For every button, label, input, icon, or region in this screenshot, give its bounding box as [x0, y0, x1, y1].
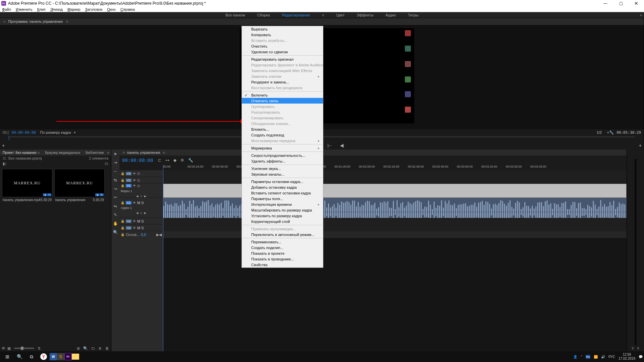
step-back-icon[interactable]: ◀|: [340, 143, 344, 148]
project-overflow[interactable]: »: [107, 151, 109, 155]
close-button[interactable]: ✕: [629, 0, 644, 7]
project-tab-libs[interactable]: Библиотеки: [83, 151, 106, 155]
wrench-icon[interactable]: 🔧: [188, 158, 193, 163]
task-view-button[interactable]: ⧉: [25, 352, 38, 361]
explorer-icon[interactable]: [72, 354, 79, 360]
workspace-effects[interactable]: Эффекты: [357, 13, 373, 17]
project-tab-project[interactable]: Проект: Без названия≡: [0, 151, 42, 155]
context-menu-item[interactable]: Интерполяция времени▸: [242, 201, 323, 207]
marker-icon[interactable]: ◆: [173, 158, 176, 163]
program-timecode[interactable]: 00:00:00:00: [11, 130, 36, 135]
workspace-all[interactable]: Все панели: [225, 13, 245, 17]
new-item-icon[interactable]: 🗎: [98, 346, 102, 350]
track-a2[interactable]: 🔒A2👁M S: [119, 218, 163, 225]
panel-menu-icon[interactable]: ≡: [66, 19, 68, 23]
filter-icon[interactable]: ◧: [3, 162, 6, 166]
playhead[interactable]: [163, 170, 163, 351]
link-icon[interactable]: ⊶: [165, 158, 169, 163]
timeline-timecode[interactable]: 00:00:00:00: [122, 158, 153, 163]
workspace-audio[interactable]: Аудио: [385, 13, 396, 17]
expand-icon[interactable]: »: [3, 19, 5, 23]
chevron-down-icon[interactable]: ▾: [74, 130, 76, 135]
fit-dropdown[interactable]: По размеру кадра: [40, 130, 71, 134]
auto-seq-icon[interactable]: ⊞: [77, 346, 80, 351]
context-menu-item[interactable]: Показать в проекте: [242, 250, 323, 256]
eye-icon[interactable]: 👁: [133, 184, 136, 187]
minimize-button[interactable]: —: [598, 0, 613, 7]
tray-net-icon[interactable]: 📶: [594, 355, 598, 359]
icon-view-icon[interactable]: ▦: [7, 346, 11, 351]
track-v3[interactable]: 🔒V3👁◇: [119, 170, 163, 177]
context-menu-item[interactable]: Удалить эффекты...: [242, 158, 323, 164]
context-menu-item[interactable]: Удаление со сдвигом: [242, 49, 323, 55]
context-menu-item[interactable]: Вырезать: [242, 26, 323, 32]
zoom-tool[interactable]: 🔍: [113, 230, 118, 235]
timeline-ruler[interactable]: 00:00 00:00:15:00 00:00:30:00 00:00:45:0…: [163, 165, 627, 170]
folder-icon[interactable]: 🗀: [105, 162, 108, 166]
context-menu-item[interactable]: Звуковые каналы...: [242, 171, 323, 177]
menu-marker[interactable]: Маркер: [67, 7, 80, 11]
context-menu-item[interactable]: Добавить остановку кадра: [242, 184, 323, 190]
resolution-dropdown[interactable]: 1/2: [597, 130, 602, 134]
lock-icon[interactable]: 🔒: [121, 179, 124, 182]
add-button[interactable]: +: [639, 143, 642, 148]
context-menu-item[interactable]: Параметры остановки кадра...: [242, 179, 323, 184]
close-icon[interactable]: ×: [123, 150, 125, 155]
tray-vol-icon[interactable]: 🔊: [601, 355, 605, 359]
sort-icon[interactable]: ⇅: [38, 346, 41, 351]
snap-icon[interactable]: ⊏: [158, 158, 161, 163]
context-menu-item[interactable]: Вставить сегмент остановки кадра: [242, 190, 323, 196]
workspace-overflow[interactable]: »: [640, 13, 642, 17]
context-menu-item[interactable]: Рендеринг и замена...: [242, 79, 323, 85]
context-menu-item[interactable]: Очистить: [242, 43, 323, 49]
track-select-tool[interactable]: ⇥: [114, 160, 117, 165]
razor-tool[interactable]: ✂: [114, 195, 117, 200]
menu-sequence[interactable]: Эпизод: [50, 7, 63, 11]
context-menu-item[interactable]: Показать в проводнике...: [242, 256, 323, 262]
selection-tool[interactable]: ➤: [114, 152, 117, 156]
wrench-icon[interactable]: 🔧: [609, 130, 614, 135]
sublime-icon[interactable]: S: [57, 353, 64, 360]
premiere-icon[interactable]: Pr: [64, 353, 72, 360]
context-menu-item[interactable]: Свойства: [242, 262, 323, 267]
rate-tool[interactable]: ↝: [114, 186, 117, 191]
context-menu-item[interactable]: Отменить связь: [242, 98, 323, 104]
menu-file[interactable]: Файл: [2, 7, 11, 11]
new-bin-icon[interactable]: 🗀: [91, 346, 95, 350]
bin-thumbnail[interactable]: MARREX.RU ▮≡: [54, 169, 105, 197]
sync-icon[interactable]: ⟳: [2, 346, 5, 351]
track-v1[interactable]: 🔒V1👁◇ Видео 1 ◀◇▶: [119, 184, 163, 198]
tray-ru-icon[interactable]: Ru: [586, 355, 590, 359]
menu-title[interactable]: Заголовок: [85, 7, 103, 11]
context-menu-item[interactable]: Параметры поля...: [242, 196, 323, 201]
workspace-titles[interactable]: Титры: [408, 13, 418, 17]
bin-thumbnail[interactable]: MARREX.RU ▮♪: [2, 169, 52, 197]
eye-icon[interactable]: 👁: [133, 179, 136, 182]
timeline-tab[interactable]: × панель управления ≡: [119, 149, 627, 156]
workspace-color[interactable]: Цвет: [336, 13, 345, 17]
ripple-tool[interactable]: ↔: [113, 169, 117, 174]
find-icon[interactable]: 🔍: [83, 346, 88, 351]
search-button[interactable]: 🔍: [13, 352, 25, 361]
eye-icon[interactable]: 👁: [133, 172, 136, 175]
tray-notif-icon[interactable]: 💬: [639, 355, 643, 359]
hand-tool[interactable]: ✋: [113, 221, 118, 226]
pen-tool[interactable]: ✎: [114, 213, 117, 217]
track-a3[interactable]: 🔒A3👁M S: [119, 225, 163, 231]
add-marker-button[interactable]: +: [2, 143, 5, 148]
goto-in-icon[interactable]: |←: [327, 143, 332, 148]
context-menu-item[interactable]: Маркировка▸: [242, 145, 323, 151]
context-menu-item[interactable]: Копировать: [242, 32, 323, 38]
tray-lang[interactable]: РУС: [608, 355, 615, 359]
context-menu-item[interactable]: Создать подэпизод: [242, 132, 323, 138]
context-menu-item[interactable]: Создать подклип...: [242, 245, 323, 250]
bin-item[interactable]: MARREX.RU ▮♪ панель управления.mp45:30:2…: [2, 169, 52, 202]
menu-clip[interactable]: Клип: [37, 7, 46, 11]
workspace-assembly[interactable]: Сборка: [257, 13, 270, 17]
delete-icon[interactable]: 🗑: [105, 346, 109, 350]
context-menu-item[interactable]: Переключить в автономный режим...: [242, 232, 323, 237]
track-a1[interactable]: 🔒A1👁M S Аудио 1 ◀◇▶: [119, 198, 163, 218]
menu-window[interactable]: Окно: [107, 7, 116, 11]
track-master[interactable]: 🔒Основ...0,0▶◀: [119, 231, 163, 238]
lock-icon[interactable]: 🔒: [121, 172, 124, 175]
